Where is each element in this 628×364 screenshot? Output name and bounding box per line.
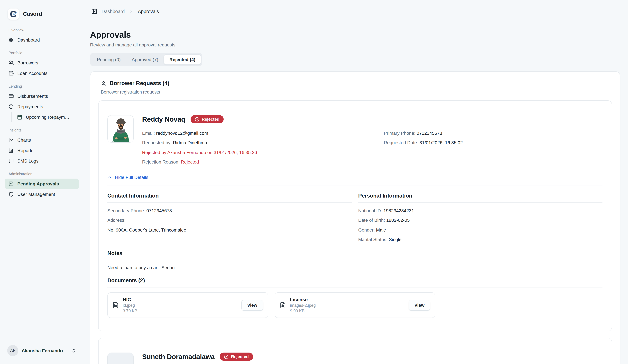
sidebar-item-disbursements[interactable]: Disbursements <box>4 91 79 101</box>
sidebar-item-label: Pending Approvals <box>17 181 59 186</box>
tab-pending[interactable]: Pending (0) <box>91 54 126 65</box>
borrower-requests-panel: Borrower Requests (4) Borrower registrat… <box>90 71 620 364</box>
request-info: Suneth Doramadalawa Rejected Email: sune… <box>142 353 603 364</box>
nav-section-label: Portfolio <box>4 51 79 55</box>
status-badge: Rejected <box>191 115 224 123</box>
address-label-line: Address: <box>107 217 352 224</box>
sidebar-item-borrowers[interactable]: Borrowers <box>4 58 79 68</box>
sidebar-item-loan-accounts[interactable]: Loan Accounts <box>4 68 79 78</box>
email-label: Email: <box>142 130 155 136</box>
app-root: Casord Overview Dashboard Portfolio Borr… <box>0 0 628 364</box>
wallet-icon <box>8 71 14 76</box>
address-label: Address: <box>107 218 126 223</box>
view-document-button[interactable]: View <box>241 300 263 311</box>
sidebar-item-upcoming-repayments[interactable]: Upcoming Repaym… <box>13 112 79 122</box>
sidebar-item-repayments[interactable]: Repayments <box>4 101 79 112</box>
documents-title: Documents (2) <box>107 278 603 288</box>
users-icon <box>8 60 14 65</box>
secondary-phone-line: Secondary Phone: 0712345678 <box>107 207 352 214</box>
contact-information-section: Contact Information Secondary Phone: 071… <box>107 193 352 245</box>
marital-status-value: Single <box>389 237 401 242</box>
national-id-label: National ID: <box>358 208 382 213</box>
marital-status-label: Marital Status: <box>358 237 388 242</box>
dob-label: Date of Birth: <box>358 218 385 223</box>
sidebar-subnav: Upcoming Repaym… <box>11 112 79 122</box>
sidebar-toggle-icon[interactable] <box>91 8 97 14</box>
primary-phone-line: Primary Phone: 0712345678 <box>384 130 603 136</box>
borrower-photo <box>107 115 134 143</box>
credit-card-icon <box>8 94 14 99</box>
gender-label: Gender: <box>358 227 375 233</box>
shield-icon <box>8 192 14 197</box>
sidebar-item-label: Reports <box>17 148 33 153</box>
dob-value: 1982-02-05 <box>386 218 410 223</box>
dob-line: Date of Birth: 1982-02-05 <box>358 217 603 224</box>
borrower-name: Suneth Doramadalawa <box>142 353 215 361</box>
request-summary: Suneth Doramadalawa Rejected Email: sune… <box>107 353 603 364</box>
chevron-up-icon <box>107 175 112 180</box>
sidebar-item-charts[interactable]: Charts <box>4 135 79 145</box>
email-value: reddynovq12@gmail.com <box>156 130 208 136</box>
documents-section: Documents (2) NIC id.jpeg 3.79 KB View <box>107 278 603 318</box>
message-square-icon <box>8 158 14 164</box>
sidebar: Casord Overview Dashboard Portfolio Borr… <box>0 0 83 364</box>
sidebar-item-sms-logs[interactable]: SMS Logs <box>4 156 79 166</box>
sidebar-item-label: User Management <box>17 192 55 197</box>
view-document-button[interactable]: View <box>409 300 430 311</box>
personal-information-section: Personal Information National ID: 198234… <box>358 193 603 245</box>
sidebar-item-reports[interactable]: Reports <box>4 145 79 156</box>
document-card-nic: NIC id.jpeg 3.79 KB View <box>107 293 268 318</box>
personal-information-title: Personal Information <box>358 193 603 203</box>
tab-approved[interactable]: Approved (7) <box>126 54 164 65</box>
requested-by-line: Requested by: Ridma Dinethma <box>142 139 384 146</box>
summary-columns: Email: reddynovq12@gmail.com Requested b… <box>142 130 603 168</box>
summary-right-column: Primary Phone: 0712345678 Requested Date… <box>384 130 603 168</box>
sidebar-item-label: Charts <box>17 137 31 143</box>
calendar-icon <box>17 115 22 120</box>
sidebar-item-label: SMS Logs <box>17 158 38 164</box>
hide-full-details-toggle[interactable]: Hide Full Details <box>107 175 603 180</box>
primary-phone-value: 0712345678 <box>417 130 442 136</box>
user-silhouette-icon <box>111 363 130 364</box>
sidebar-user-menu[interactable]: AF Akansha Fernando <box>4 343 79 358</box>
topbar: Dashboard Approvals <box>83 0 628 23</box>
document-meta: License images-2.jpeg 9.90 KB <box>290 297 404 313</box>
panel-header: Borrower Requests (4) <box>98 80 612 87</box>
tab-rejected[interactable]: Rejected (4) <box>164 54 201 65</box>
chevron-right-icon <box>129 9 134 14</box>
requested-date-line: Requested Date: 31/01/2026, 16:35:02 <box>384 139 603 146</box>
circle-x-icon <box>195 117 199 121</box>
name-row: Reddy Novaq Rejected <box>142 115 603 123</box>
bar-chart-icon <box>8 148 14 153</box>
requested-by-value: Ridma Dinethma <box>173 140 207 145</box>
rejection-reason-label: Rejection Reason: <box>142 159 180 165</box>
address-value-line: No. 900A, Cooper's Lane, Trincomalee <box>107 227 352 233</box>
brand: Casord <box>4 7 79 22</box>
request-card-suneth-doramadalawa: Suneth Doramadalawa Rejected Email: sune… <box>98 338 612 364</box>
sidebar-item-label: Repayments <box>17 104 43 109</box>
user-icon <box>101 81 106 86</box>
panel-subtitle: Borrower registration requests <box>98 90 612 95</box>
requested-date-label: Requested Date: <box>384 140 418 145</box>
chevrons-up-down-icon <box>71 348 76 353</box>
notes-section: Notes Need a loan to buy a car - Sedan <box>107 250 603 270</box>
page-title: Approvals <box>90 30 620 40</box>
secondary-phone-label: Secondary Phone: <box>107 208 145 213</box>
user-name: Akansha Fernando <box>22 348 68 353</box>
nav-section-insights: Insights Charts Reports SMS Logs <box>4 128 79 166</box>
main-area: Dashboard Approvals Approvals Review and… <box>83 0 628 364</box>
file-text-icon <box>279 302 286 308</box>
breadcrumb-dashboard[interactable]: Dashboard <box>101 9 125 14</box>
document-card-license: License images-2.jpeg 9.90 KB View <box>275 293 435 318</box>
gender-value: Male <box>376 227 386 233</box>
nav-section-label: Overview <box>4 28 79 32</box>
nav-section-portfolio: Portfolio Borrowers Loan Accounts <box>4 51 79 78</box>
sidebar-item-label: Borrowers <box>17 60 38 65</box>
sidebar-item-dashboard[interactable]: Dashboard <box>4 35 79 45</box>
check-square-icon <box>8 181 14 186</box>
sidebar-item-pending-approvals[interactable]: Pending Approvals <box>4 179 79 189</box>
contact-information-body: Secondary Phone: 0712345678 Address: No.… <box>107 203 352 233</box>
sidebar-item-user-management[interactable]: User Management <box>4 189 79 199</box>
email-line: Email: reddynovq12@gmail.com <box>142 130 384 136</box>
document-name: License <box>290 297 404 302</box>
